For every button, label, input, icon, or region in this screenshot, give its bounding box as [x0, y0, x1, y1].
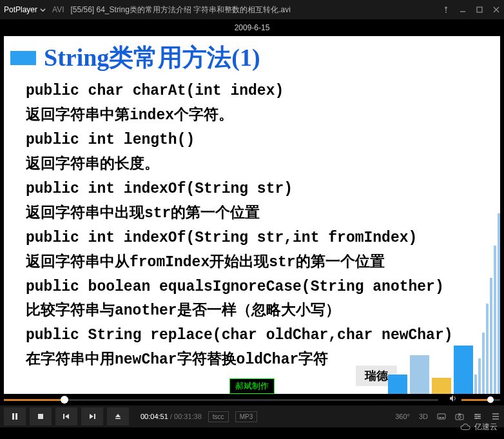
progress-row	[0, 394, 504, 405]
svg-rect-2	[12, 413, 14, 420]
current-time: 00:04:51	[141, 413, 168, 420]
capture-icon[interactable]	[455, 412, 464, 421]
svg-rect-1	[477, 7, 482, 12]
360-button[interactable]: 360°	[395, 413, 410, 420]
slide-line: public int indexOf(String str)	[26, 177, 478, 202]
svg-point-12	[458, 416, 461, 418]
svg-rect-10	[442, 417, 444, 418]
settings-icon[interactable]	[473, 412, 482, 421]
svg-rect-5	[63, 414, 64, 419]
playlist-icon[interactable]	[491, 412, 500, 421]
svg-point-15	[478, 416, 480, 418]
3d-button[interactable]: 3D	[419, 413, 428, 420]
slide-line: 返回字符串的长度。	[26, 153, 478, 177]
volume-bar[interactable]	[461, 399, 500, 401]
svg-rect-7	[115, 418, 121, 420]
pin-icon[interactable]	[442, 6, 450, 14]
next-button[interactable]	[81, 407, 103, 425]
slide-line: public int length()	[26, 128, 478, 153]
previous-button[interactable]	[55, 407, 77, 425]
slide-title-row: String类常用方法(1)	[4, 36, 500, 77]
svg-rect-3	[15, 413, 17, 420]
format-label: AVI	[52, 5, 64, 14]
volume-knob[interactable]	[487, 396, 494, 403]
window-controls	[442, 6, 500, 14]
volume-fill	[461, 399, 490, 401]
svg-point-0	[445, 12, 447, 13]
author-label: 郝斌制作	[229, 378, 275, 394]
svg-point-14	[476, 414, 478, 416]
volume-area	[449, 394, 500, 405]
decoration-blocks	[388, 213, 500, 394]
cloud-icon	[460, 423, 472, 432]
audio-codec-badge[interactable]: MP3	[235, 411, 258, 422]
minimize-icon[interactable]	[459, 6, 467, 14]
chevron-down-icon	[40, 7, 46, 13]
maximize-icon[interactable]	[476, 6, 483, 14]
slide-title: String类常用方法(1)	[44, 41, 260, 74]
svg-rect-11	[456, 415, 463, 420]
slide-line: 返回字符串中第index个字符。	[26, 104, 478, 128]
seek-knob[interactable]	[61, 396, 68, 404]
file-title: [55/56] 64_String类的常用方法介绍 字符串和整数的相互转化.av…	[70, 5, 436, 15]
watermark: 亿速云	[460, 422, 498, 433]
title-bar-icon	[10, 51, 36, 65]
svg-rect-8	[438, 414, 445, 419]
duration: 00:31:38	[174, 413, 202, 420]
app-menu-button[interactable]: PotPlayer	[4, 5, 46, 14]
stop-button[interactable]	[30, 407, 52, 425]
app-name-label: PotPlayer	[4, 5, 37, 14]
svg-point-16	[476, 418, 478, 420]
video-area[interactable]: String类常用方法(1) public char charAt(int in…	[4, 36, 500, 394]
seek-bar[interactable]	[4, 399, 438, 401]
right-controls: 360° 3D	[395, 412, 500, 421]
controls-row: 00:04:51 / 00:31:38 tscc MP3 360° 3D	[0, 405, 504, 427]
date-label: 2009-6-15	[0, 19, 504, 36]
eject-button[interactable]	[107, 407, 129, 425]
speaker-icon[interactable]	[449, 394, 458, 405]
video-codec-badge[interactable]: tscc	[208, 411, 229, 422]
watermark-label: 亿速云	[474, 422, 498, 433]
pause-button[interactable]	[4, 407, 26, 425]
svg-rect-13	[458, 414, 461, 415]
titlebar: PotPlayer AVI [55/56] 64_String类的常用方法介绍 …	[0, 0, 504, 19]
slide-line: public char charAt(int index)	[26, 79, 478, 104]
seek-fill	[4, 399, 64, 401]
svg-rect-9	[439, 417, 441, 418]
time-display: 00:04:51 / 00:31:38	[141, 413, 202, 420]
subtitle-icon[interactable]	[437, 412, 446, 421]
close-icon[interactable]	[492, 6, 500, 14]
svg-rect-4	[38, 414, 43, 419]
svg-rect-6	[94, 414, 95, 419]
